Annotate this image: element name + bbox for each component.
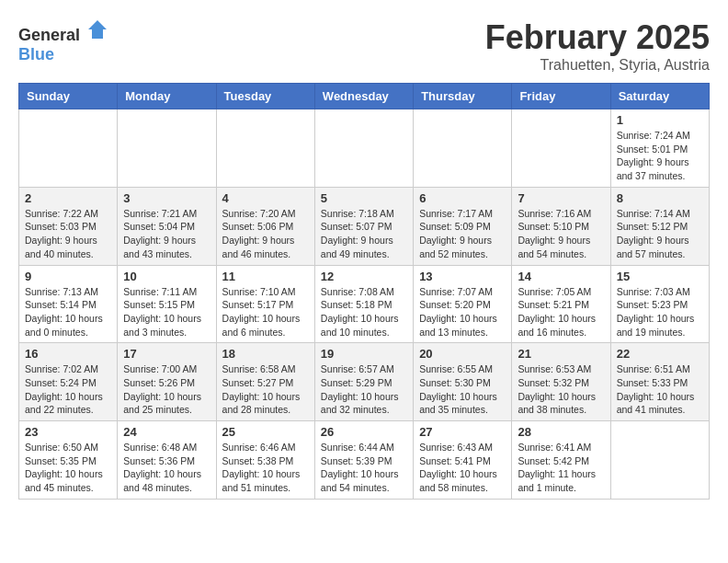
day-number: 6: [419, 191, 506, 205]
day-info: Sunrise: 7:07 AM Sunset: 5:20 PM Dayligh…: [419, 285, 506, 339]
day-info: Sunrise: 7:14 AM Sunset: 5:12 PM Dayligh…: [617, 207, 703, 261]
calendar-cell: 22Sunrise: 6:51 AM Sunset: 5:33 PM Dayli…: [610, 343, 709, 421]
day-number: 4: [222, 191, 309, 205]
calendar-cell: 16Sunrise: 7:02 AM Sunset: 5:24 PM Dayli…: [19, 343, 118, 421]
calendar-cell: 7Sunrise: 7:16 AM Sunset: 5:10 PM Daylig…: [512, 187, 610, 265]
day-number: 2: [25, 191, 111, 205]
day-info: Sunrise: 7:16 AM Sunset: 5:10 PM Dayligh…: [518, 207, 604, 261]
day-number: 23: [25, 425, 111, 439]
weekday-header: Saturday: [610, 84, 709, 109]
weekday-header: Tuesday: [216, 84, 314, 109]
day-info: Sunrise: 6:53 AM Sunset: 5:32 PM Dayligh…: [518, 362, 604, 417]
day-number: 11: [222, 270, 309, 283]
day-number: 17: [123, 347, 210, 361]
calendar-cell: [610, 421, 709, 500]
weekday-header: Wednesday: [314, 84, 413, 109]
calendar-cell: [314, 109, 413, 188]
calendar-cell: [216, 109, 314, 188]
day-number: 27: [419, 425, 506, 439]
day-number: 1: [617, 113, 703, 127]
calendar-cell: 15Sunrise: 7:03 AM Sunset: 5:23 PM Dayli…: [610, 265, 709, 343]
day-info: Sunrise: 7:03 AM Sunset: 5:23 PM Dayligh…: [617, 285, 703, 339]
calendar-cell: 18Sunrise: 6:58 AM Sunset: 5:27 PM Dayli…: [216, 343, 314, 421]
day-info: Sunrise: 7:22 AM Sunset: 5:03 PM Dayligh…: [25, 207, 111, 261]
calendar-cell: 27Sunrise: 6:43 AM Sunset: 5:41 PM Dayli…: [414, 421, 512, 500]
day-info: Sunrise: 6:44 AM Sunset: 5:39 PM Dayligh…: [321, 441, 407, 495]
logo-general: General: [18, 26, 80, 44]
calendar-cell: 24Sunrise: 6:48 AM Sunset: 5:36 PM Dayli…: [118, 421, 216, 500]
weekday-header: Monday: [118, 84, 216, 109]
month-title: February 2025: [485, 18, 710, 57]
day-info: Sunrise: 7:24 AM Sunset: 5:01 PM Dayligh…: [617, 129, 703, 183]
logo: General Blue: [18, 18, 108, 64]
weekday-header: Thursday: [414, 84, 512, 109]
calendar-cell: 25Sunrise: 6:46 AM Sunset: 5:38 PM Dayli…: [216, 421, 314, 500]
calendar-cell: 11Sunrise: 7:10 AM Sunset: 5:17 PM Dayli…: [216, 265, 314, 343]
day-info: Sunrise: 7:00 AM Sunset: 5:26 PM Dayligh…: [123, 362, 210, 417]
page-header: General Blue February 2025 Trahuetten, S…: [18, 18, 710, 74]
calendar-header-row: SundayMondayTuesdayWednesdayThursdayFrid…: [19, 84, 710, 109]
day-info: Sunrise: 7:18 AM Sunset: 5:07 PM Dayligh…: [321, 207, 407, 261]
day-info: Sunrise: 6:46 AM Sunset: 5:38 PM Dayligh…: [222, 441, 309, 495]
day-info: Sunrise: 7:10 AM Sunset: 5:17 PM Dayligh…: [222, 285, 309, 339]
calendar-cell: 20Sunrise: 6:55 AM Sunset: 5:30 PM Dayli…: [414, 343, 512, 421]
logo-text: General Blue: [18, 18, 108, 64]
day-info: Sunrise: 7:17 AM Sunset: 5:09 PM Dayligh…: [419, 207, 506, 261]
location: Trahuetten, Styria, Austria: [485, 57, 710, 74]
day-number: 28: [518, 425, 604, 439]
calendar-week-row: 1Sunrise: 7:24 AM Sunset: 5:01 PM Daylig…: [19, 109, 710, 188]
day-number: 12: [321, 270, 407, 283]
logo-icon: [86, 18, 108, 40]
day-info: Sunrise: 6:51 AM Sunset: 5:33 PM Dayligh…: [617, 362, 703, 417]
title-block: February 2025 Trahuetten, Styria, Austri…: [485, 18, 710, 74]
calendar-cell: 28Sunrise: 6:41 AM Sunset: 5:42 PM Dayli…: [512, 421, 610, 500]
day-number: 25: [222, 425, 309, 439]
day-number: 18: [222, 347, 309, 361]
day-info: Sunrise: 7:05 AM Sunset: 5:21 PM Dayligh…: [518, 285, 604, 339]
day-info: Sunrise: 6:41 AM Sunset: 5:42 PM Dayligh…: [518, 441, 604, 495]
day-info: Sunrise: 6:50 AM Sunset: 5:35 PM Dayligh…: [25, 441, 111, 495]
day-info: Sunrise: 6:48 AM Sunset: 5:36 PM Dayligh…: [123, 441, 210, 495]
day-info: Sunrise: 7:13 AM Sunset: 5:14 PM Dayligh…: [25, 285, 111, 339]
day-info: Sunrise: 7:21 AM Sunset: 5:04 PM Dayligh…: [123, 207, 210, 261]
day-number: 15: [617, 270, 703, 283]
calendar-cell: 1Sunrise: 7:24 AM Sunset: 5:01 PM Daylig…: [610, 109, 709, 188]
day-number: 21: [518, 347, 604, 361]
day-number: 10: [123, 270, 210, 283]
logo-blue: Blue: [18, 45, 54, 63]
day-number: 7: [518, 191, 604, 205]
day-number: 16: [25, 347, 111, 361]
calendar-cell: 13Sunrise: 7:07 AM Sunset: 5:20 PM Dayli…: [414, 265, 512, 343]
calendar-cell: 12Sunrise: 7:08 AM Sunset: 5:18 PM Dayli…: [314, 265, 413, 343]
day-number: 8: [617, 191, 703, 205]
calendar-cell: 23Sunrise: 6:50 AM Sunset: 5:35 PM Dayli…: [19, 421, 118, 500]
calendar-cell: 21Sunrise: 6:53 AM Sunset: 5:32 PM Dayli…: [512, 343, 610, 421]
day-number: 14: [518, 270, 604, 283]
calendar-cell: 6Sunrise: 7:17 AM Sunset: 5:09 PM Daylig…: [414, 187, 512, 265]
weekday-header: Friday: [512, 84, 610, 109]
day-number: 26: [321, 425, 407, 439]
calendar-week-row: 2Sunrise: 7:22 AM Sunset: 5:03 PM Daylig…: [19, 187, 710, 265]
day-info: Sunrise: 6:55 AM Sunset: 5:30 PM Dayligh…: [419, 362, 506, 417]
calendar-week-row: 16Sunrise: 7:02 AM Sunset: 5:24 PM Dayli…: [19, 343, 710, 421]
calendar-cell: [414, 109, 512, 188]
calendar-cell: 2Sunrise: 7:22 AM Sunset: 5:03 PM Daylig…: [19, 187, 118, 265]
weekday-header: Sunday: [19, 84, 118, 109]
calendar: SundayMondayTuesdayWednesdayThursdayFrid…: [18, 83, 710, 500]
calendar-cell: [118, 109, 216, 188]
calendar-cell: 14Sunrise: 7:05 AM Sunset: 5:21 PM Dayli…: [512, 265, 610, 343]
day-number: 13: [419, 270, 506, 283]
day-number: 3: [123, 191, 210, 205]
day-info: Sunrise: 6:43 AM Sunset: 5:41 PM Dayligh…: [419, 441, 506, 495]
calendar-cell: 10Sunrise: 7:11 AM Sunset: 5:15 PM Dayli…: [118, 265, 216, 343]
calendar-cell: 4Sunrise: 7:20 AM Sunset: 5:06 PM Daylig…: [216, 187, 314, 265]
day-info: Sunrise: 7:11 AM Sunset: 5:15 PM Dayligh…: [123, 285, 210, 339]
day-number: 24: [123, 425, 210, 439]
calendar-cell: 17Sunrise: 7:00 AM Sunset: 5:26 PM Dayli…: [118, 343, 216, 421]
day-number: 22: [617, 347, 703, 361]
calendar-cell: 8Sunrise: 7:14 AM Sunset: 5:12 PM Daylig…: [610, 187, 709, 265]
calendar-cell: [512, 109, 610, 188]
day-number: 19: [321, 347, 407, 361]
svg-marker-0: [88, 20, 107, 39]
day-info: Sunrise: 7:08 AM Sunset: 5:18 PM Dayligh…: [321, 285, 407, 339]
